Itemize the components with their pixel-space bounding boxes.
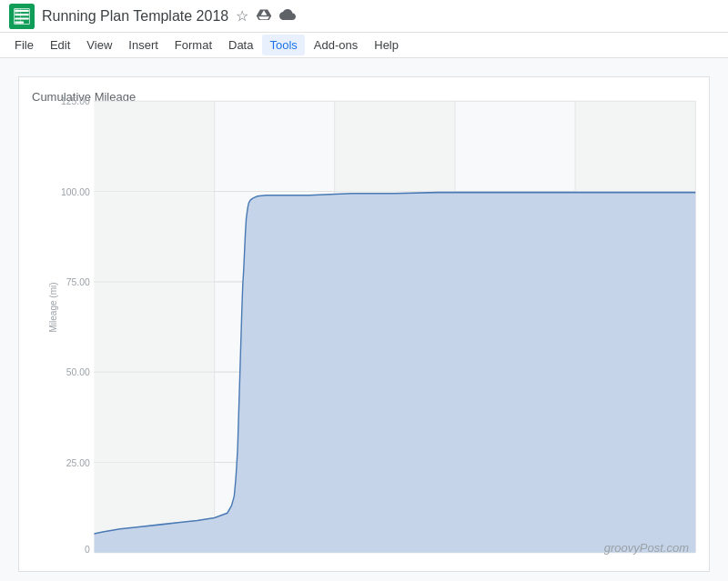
- sheets-icon: [9, 4, 35, 29]
- svg-rect-0: [9, 4, 35, 29]
- svg-text:0: 0: [85, 543, 90, 555]
- title-bar: Running Plan Template 2018 ☆: [0, 0, 728, 33]
- star-icon[interactable]: ☆: [236, 7, 248, 25]
- menu-bar: File Edit View Insert Format Data Tools …: [0, 33, 728, 58]
- svg-text:25.00: 25.00: [66, 456, 90, 468]
- document-title[interactable]: Running Plan Template 2018: [42, 8, 228, 25]
- main-content: Cumulative Mileage Mileage (mi): [0, 58, 728, 581]
- chart-area: Mileage (mi): [56, 92, 700, 562]
- menu-format[interactable]: Format: [167, 35, 219, 55]
- svg-text:75.00: 75.00: [66, 276, 90, 288]
- menu-insert[interactable]: Insert: [121, 35, 166, 55]
- svg-text:100.00: 100.00: [61, 185, 90, 197]
- menu-view[interactable]: View: [79, 35, 119, 55]
- menu-addons[interactable]: Add-ons: [307, 35, 365, 55]
- menu-data[interactable]: Data: [221, 35, 260, 55]
- chart-svg: 125.00 100.00 75.00 50.00 25.00 0: [56, 92, 700, 562]
- svg-rect-22: [94, 101, 214, 552]
- y-axis-label: Mileage (mi): [48, 282, 58, 332]
- menu-help[interactable]: Help: [367, 35, 406, 55]
- drive-icon[interactable]: [256, 6, 272, 26]
- cloud-icon[interactable]: [279, 6, 296, 26]
- chart-container: Cumulative Mileage Mileage (mi): [18, 76, 710, 572]
- watermark: groovyPost.com: [604, 541, 689, 555]
- menu-file[interactable]: File: [7, 35, 41, 55]
- svg-rect-5: [15, 8, 19, 13]
- menu-edit[interactable]: Edit: [43, 35, 77, 55]
- svg-text:125.00: 125.00: [61, 95, 90, 107]
- svg-text:50.00: 50.00: [66, 366, 90, 378]
- menu-tools[interactable]: Tools: [262, 35, 304, 55]
- svg-rect-4: [15, 21, 24, 23]
